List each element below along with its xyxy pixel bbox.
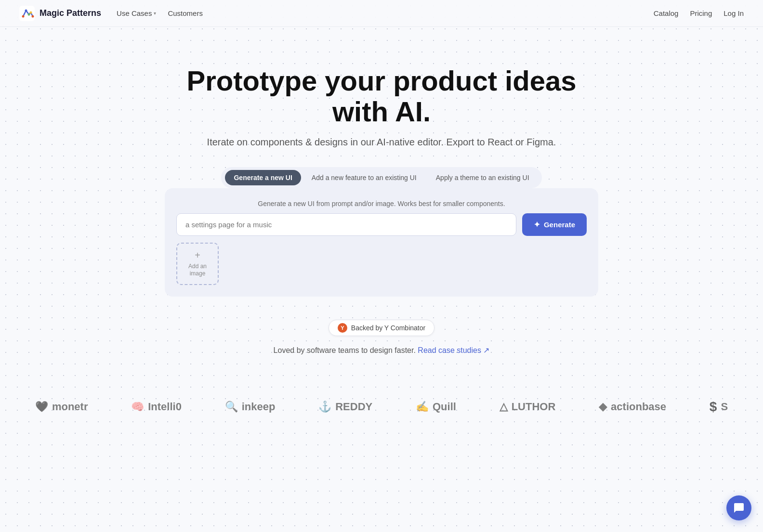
chat-icon (733, 502, 745, 514)
svg-rect-0 (19, 6, 35, 21)
generate-button[interactable]: ✦ Generate (522, 213, 587, 236)
nav-link-use-cases[interactable]: Use Cases ▾ (117, 9, 156, 17)
tab-apply-theme[interactable]: Apply a theme to an existing UI (427, 170, 538, 185)
yc-badge-text: Backed by Y Combinator (351, 324, 425, 332)
image-upload-button[interactable]: + Add animage (176, 243, 219, 285)
intellio-label: Intelli0 (148, 401, 182, 413)
logo-inkeep: 🔍 inkeep (225, 401, 276, 413)
logo-icon (19, 6, 35, 21)
nav-link-catalog[interactable]: Catalog (654, 9, 679, 17)
yc-badge: Y Backed by Y Combinator (329, 320, 434, 336)
chevron-down-icon: ▾ (154, 11, 156, 16)
navbar: Magic Patterns Use Cases ▾ Customers Cat… (0, 0, 763, 27)
prompt-input[interactable] (176, 213, 516, 236)
actionbase-icon: ◆ (599, 401, 607, 413)
tab-add-feature[interactable]: Add a new feature to an existing UI (303, 170, 425, 185)
intellio-icon: 🧠 (131, 401, 144, 413)
generator-section: Generate a new UI Add a new feature to a… (165, 167, 598, 297)
hero-title: Prototype your product ideas with AI. (165, 65, 598, 127)
svg-point-1 (22, 15, 25, 17)
image-upload-label: Add animage (188, 263, 207, 278)
nav-right: Catalog Pricing Log In (654, 9, 744, 17)
quill-icon: ✍️ (416, 401, 429, 413)
s-label: S (721, 401, 728, 413)
logo-quill: ✍️ Quill (416, 401, 456, 413)
logo-s: $ S (710, 399, 728, 415)
nav-link-login[interactable]: Log In (724, 9, 744, 17)
input-row: ✦ Generate (176, 213, 587, 236)
nav-links: Use Cases ▾ Customers (117, 9, 203, 17)
s-icon: $ (710, 399, 717, 415)
quill-label: Quill (433, 401, 456, 413)
hero-subtitle: Iterate on components & designs in our A… (207, 137, 556, 148)
logo-actionbase: ◆ actionbase (599, 401, 666, 413)
generator-box: Generate a new UI from prompt and/or ima… (165, 188, 598, 297)
logo-reddy: ⚓ REDDY (318, 401, 372, 413)
logo-link[interactable]: Magic Patterns (19, 6, 101, 21)
case-studies-link[interactable]: Read case studies ↗ (418, 346, 489, 354)
yc-section: Y Backed by Y Combinator Loved by softwa… (274, 320, 490, 355)
logo-intellio: 🧠 Intelli0 (131, 401, 182, 413)
tab-generate-new[interactable]: Generate a new UI (225, 170, 301, 185)
monetr-icon: 🖤 (35, 401, 48, 413)
svg-point-5 (32, 15, 34, 17)
logo-luthor: △ LUTHOR (500, 401, 556, 413)
svg-point-4 (30, 11, 32, 13)
luthor-label: LUTHOR (512, 401, 556, 413)
actionbase-label: actionbase (611, 401, 666, 413)
reddy-label: REDDY (335, 401, 372, 413)
monetr-label: monetr (52, 401, 88, 413)
logos-section: 🖤 monetr 🧠 Intelli0 🔍 inkeep ⚓ REDDY ✍️ … (0, 384, 763, 430)
inkeep-label: inkeep (242, 401, 276, 413)
loved-text: Loved by software teams to design faster… (274, 346, 490, 355)
inkeep-icon: 🔍 (225, 401, 238, 413)
tabs-wrapper: Generate a new UI Add a new feature to a… (221, 167, 541, 188)
yc-icon: Y (338, 323, 347, 333)
svg-point-2 (25, 9, 27, 12)
nav-link-customers[interactable]: Customers (168, 9, 203, 17)
svg-point-3 (28, 13, 30, 15)
luthor-icon: △ (500, 401, 508, 413)
chat-button[interactable] (726, 495, 751, 520)
nav-link-pricing[interactable]: Pricing (690, 9, 712, 17)
hero-section: Prototype your product ideas with AI. It… (0, 27, 763, 384)
nav-left: Magic Patterns Use Cases ▾ Customers (19, 6, 203, 21)
reddy-icon: ⚓ (318, 401, 331, 413)
logo-monetr: 🖤 monetr (35, 401, 88, 413)
logo-text: Magic Patterns (39, 8, 101, 18)
plus-icon: + (195, 250, 200, 261)
sparkle-icon: ✦ (534, 220, 540, 229)
generator-description: Generate a new UI from prompt and/or ima… (176, 200, 587, 208)
